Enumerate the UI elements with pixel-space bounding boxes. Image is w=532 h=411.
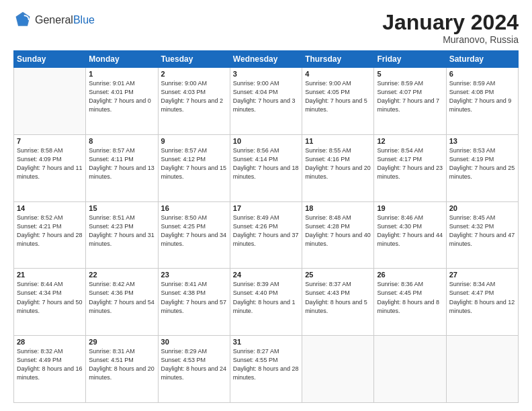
logo-icon xyxy=(13,11,32,30)
table-row: 16Sunrise: 8:50 AMSunset: 4:25 PMDayligh… xyxy=(158,201,230,269)
table-row: 11Sunrise: 8:55 AMSunset: 4:16 PMDayligh… xyxy=(302,134,374,201)
table-row: 15Sunrise: 8:51 AMSunset: 4:23 PMDayligh… xyxy=(86,201,158,269)
table-row: 8Sunrise: 8:57 AMSunset: 4:11 PMDaylight… xyxy=(86,134,158,201)
day-detail: Sunrise: 8:41 AMSunset: 4:38 PMDaylight:… xyxy=(161,280,227,315)
table-row xyxy=(446,336,518,403)
table-row: 22Sunrise: 8:42 AMSunset: 4:36 PMDayligh… xyxy=(86,269,158,336)
table-row: 13Sunrise: 8:53 AMSunset: 4:19 PMDayligh… xyxy=(446,134,518,201)
table-row: 27Sunrise: 8:34 AMSunset: 4:47 PMDayligh… xyxy=(446,269,518,336)
weekday-header-row: Sunday Monday Tuesday Wednesday Thursday… xyxy=(14,51,519,68)
table-row: 31Sunrise: 8:27 AMSunset: 4:55 PMDayligh… xyxy=(230,336,302,403)
day-detail: Sunrise: 8:57 AMSunset: 4:12 PMDaylight:… xyxy=(161,146,227,181)
day-number: 7 xyxy=(17,137,83,145)
table-row: 2Sunrise: 9:00 AMSunset: 4:03 PMDaylight… xyxy=(158,68,230,135)
day-detail: Sunrise: 8:57 AMSunset: 4:11 PMDaylight:… xyxy=(89,146,154,181)
day-number: 18 xyxy=(305,204,371,212)
day-number: 17 xyxy=(233,204,299,212)
header-thursday: Thursday xyxy=(302,51,374,68)
day-detail: Sunrise: 9:00 AMSunset: 4:04 PMDaylight:… xyxy=(233,79,299,114)
table-row: 3Sunrise: 9:00 AMSunset: 4:04 PMDaylight… xyxy=(230,68,302,135)
table-row: 9Sunrise: 8:57 AMSunset: 4:12 PMDaylight… xyxy=(158,134,230,201)
day-number: 19 xyxy=(377,204,443,212)
table-row: 30Sunrise: 8:29 AMSunset: 4:53 PMDayligh… xyxy=(158,336,230,403)
day-number: 15 xyxy=(89,204,154,212)
day-number: 1 xyxy=(89,70,154,78)
table-row: 23Sunrise: 8:41 AMSunset: 4:38 PMDayligh… xyxy=(158,269,230,336)
header-tuesday: Tuesday xyxy=(158,51,230,68)
day-detail: Sunrise: 8:45 AMSunset: 4:32 PMDaylight:… xyxy=(449,214,515,248)
day-number: 12 xyxy=(377,137,443,145)
week-row-2: 7Sunrise: 8:58 AMSunset: 4:09 PMDaylight… xyxy=(14,134,519,201)
table-row: 28Sunrise: 8:32 AMSunset: 4:49 PMDayligh… xyxy=(14,336,86,403)
table-row: 7Sunrise: 8:58 AMSunset: 4:09 PMDaylight… xyxy=(14,134,86,201)
logo: GeneralBlue xyxy=(13,11,95,30)
day-detail: Sunrise: 8:55 AMSunset: 4:16 PMDaylight:… xyxy=(305,146,371,181)
day-detail: Sunrise: 8:46 AMSunset: 4:30 PMDaylight:… xyxy=(377,214,443,248)
day-number: 8 xyxy=(89,137,154,145)
title-block: January 2024 Muranovo, Russia xyxy=(382,11,519,45)
table-row: 1Sunrise: 9:01 AMSunset: 4:01 PMDaylight… xyxy=(86,68,158,135)
day-number: 25 xyxy=(305,271,371,279)
logo-text: GeneralBlue xyxy=(35,14,95,26)
week-row-3: 14Sunrise: 8:52 AMSunset: 4:21 PMDayligh… xyxy=(14,201,519,269)
month-title: January 2024 xyxy=(382,11,519,34)
table-row: 21Sunrise: 8:44 AMSunset: 4:34 PMDayligh… xyxy=(14,269,86,336)
table-row: 26Sunrise: 8:36 AMSunset: 4:45 PMDayligh… xyxy=(374,269,446,336)
table-row xyxy=(14,68,86,135)
day-detail: Sunrise: 9:00 AMSunset: 4:03 PMDaylight:… xyxy=(161,79,227,114)
day-detail: Sunrise: 8:32 AMSunset: 4:49 PMDaylight:… xyxy=(17,347,83,382)
day-number: 9 xyxy=(161,137,227,145)
day-detail: Sunrise: 8:48 AMSunset: 4:28 PMDaylight:… xyxy=(305,214,371,248)
day-number: 5 xyxy=(377,70,443,78)
day-detail: Sunrise: 8:56 AMSunset: 4:14 PMDaylight:… xyxy=(233,146,299,181)
table-row xyxy=(302,336,374,403)
header-saturday: Saturday xyxy=(446,51,518,68)
table-row: 17Sunrise: 8:49 AMSunset: 4:26 PMDayligh… xyxy=(230,201,302,269)
table-row: 5Sunrise: 8:59 AMSunset: 4:07 PMDaylight… xyxy=(374,68,446,135)
header-monday: Monday xyxy=(86,51,158,68)
week-row-1: 1Sunrise: 9:01 AMSunset: 4:01 PMDaylight… xyxy=(14,68,519,135)
day-number: 26 xyxy=(377,271,443,279)
table-row xyxy=(374,336,446,403)
table-row: 24Sunrise: 8:39 AMSunset: 4:40 PMDayligh… xyxy=(230,269,302,336)
day-detail: Sunrise: 8:59 AMSunset: 4:08 PMDaylight:… xyxy=(449,79,515,114)
header: GeneralBlue January 2024 Muranovo, Russi… xyxy=(13,11,519,45)
day-number: 21 xyxy=(17,271,83,279)
day-number: 13 xyxy=(449,137,515,145)
day-detail: Sunrise: 8:53 AMSunset: 4:19 PMDaylight:… xyxy=(449,146,515,181)
day-number: 29 xyxy=(89,338,154,346)
day-number: 24 xyxy=(233,271,299,279)
week-row-4: 21Sunrise: 8:44 AMSunset: 4:34 PMDayligh… xyxy=(14,269,519,336)
table-row: 6Sunrise: 8:59 AMSunset: 4:08 PMDaylight… xyxy=(446,68,518,135)
day-number: 3 xyxy=(233,70,299,78)
day-detail: Sunrise: 8:52 AMSunset: 4:21 PMDaylight:… xyxy=(17,214,83,248)
day-number: 11 xyxy=(305,137,371,145)
day-detail: Sunrise: 8:31 AMSunset: 4:51 PMDaylight:… xyxy=(89,347,154,382)
table-row: 18Sunrise: 8:48 AMSunset: 4:28 PMDayligh… xyxy=(302,201,374,269)
day-detail: Sunrise: 8:27 AMSunset: 4:55 PMDaylight:… xyxy=(233,347,299,382)
day-number: 16 xyxy=(161,204,227,212)
day-detail: Sunrise: 9:01 AMSunset: 4:01 PMDaylight:… xyxy=(89,79,154,114)
table-row: 14Sunrise: 8:52 AMSunset: 4:21 PMDayligh… xyxy=(14,201,86,269)
day-number: 28 xyxy=(17,338,83,346)
day-number: 10 xyxy=(233,137,299,145)
table-row: 29Sunrise: 8:31 AMSunset: 4:51 PMDayligh… xyxy=(86,336,158,403)
day-detail: Sunrise: 9:00 AMSunset: 4:05 PMDaylight:… xyxy=(305,79,371,114)
day-detail: Sunrise: 8:44 AMSunset: 4:34 PMDaylight:… xyxy=(17,280,83,315)
day-number: 31 xyxy=(233,338,299,346)
day-number: 2 xyxy=(161,70,227,78)
day-detail: Sunrise: 8:59 AMSunset: 4:07 PMDaylight:… xyxy=(377,79,443,114)
logo-blue: Blue xyxy=(73,14,95,26)
table-row: 19Sunrise: 8:46 AMSunset: 4:30 PMDayligh… xyxy=(374,201,446,269)
day-number: 20 xyxy=(449,204,515,212)
day-detail: Sunrise: 8:37 AMSunset: 4:43 PMDaylight:… xyxy=(305,280,371,315)
location: Muranovo, Russia xyxy=(382,34,519,45)
table-row: 10Sunrise: 8:56 AMSunset: 4:14 PMDayligh… xyxy=(230,134,302,201)
header-friday: Friday xyxy=(374,51,446,68)
day-detail: Sunrise: 8:42 AMSunset: 4:36 PMDaylight:… xyxy=(89,280,154,315)
week-row-5: 28Sunrise: 8:32 AMSunset: 4:49 PMDayligh… xyxy=(14,336,519,403)
day-detail: Sunrise: 8:34 AMSunset: 4:47 PMDaylight:… xyxy=(449,280,515,315)
day-detail: Sunrise: 8:36 AMSunset: 4:45 PMDaylight:… xyxy=(377,280,443,315)
day-detail: Sunrise: 8:58 AMSunset: 4:09 PMDaylight:… xyxy=(17,146,83,181)
day-detail: Sunrise: 8:54 AMSunset: 4:17 PMDaylight:… xyxy=(377,146,443,181)
